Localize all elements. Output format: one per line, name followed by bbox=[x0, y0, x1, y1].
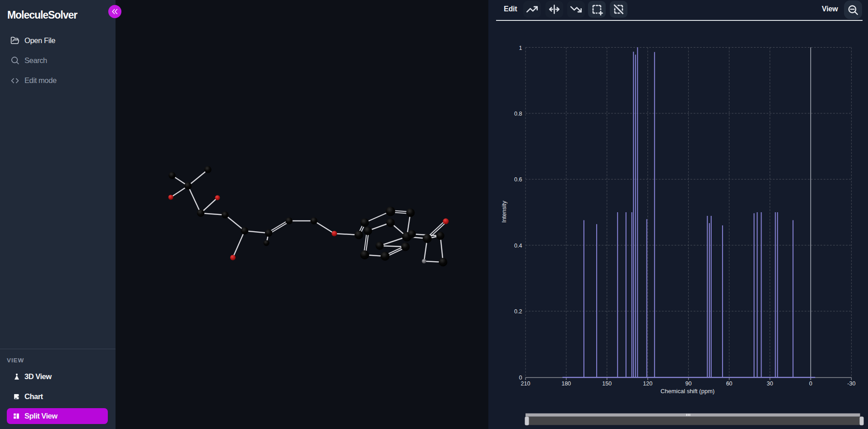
svg-text:150: 150 bbox=[602, 380, 612, 387]
svg-text:-30: -30 bbox=[847, 380, 855, 387]
svg-text:0: 0 bbox=[809, 380, 812, 387]
svg-text:0.8: 0.8 bbox=[514, 111, 522, 117]
svg-text:0.4: 0.4 bbox=[514, 243, 522, 249]
svg-text:210: 210 bbox=[521, 380, 530, 387]
svg-text:90: 90 bbox=[685, 380, 692, 387]
svg-text:30: 30 bbox=[767, 380, 773, 387]
svg-text:0.6: 0.6 bbox=[514, 176, 522, 183]
svg-text:180: 180 bbox=[561, 380, 571, 387]
svg-text:120: 120 bbox=[643, 380, 652, 387]
svg-text:1: 1 bbox=[519, 45, 522, 51]
svg-text:0: 0 bbox=[519, 375, 522, 381]
svg-text:60: 60 bbox=[726, 380, 733, 387]
svg-text:Intensity: Intensity bbox=[501, 200, 507, 223]
svg-text:Chemical shift (ppm): Chemical shift (ppm) bbox=[661, 388, 714, 395]
svg-text:0.2: 0.2 bbox=[514, 308, 522, 315]
